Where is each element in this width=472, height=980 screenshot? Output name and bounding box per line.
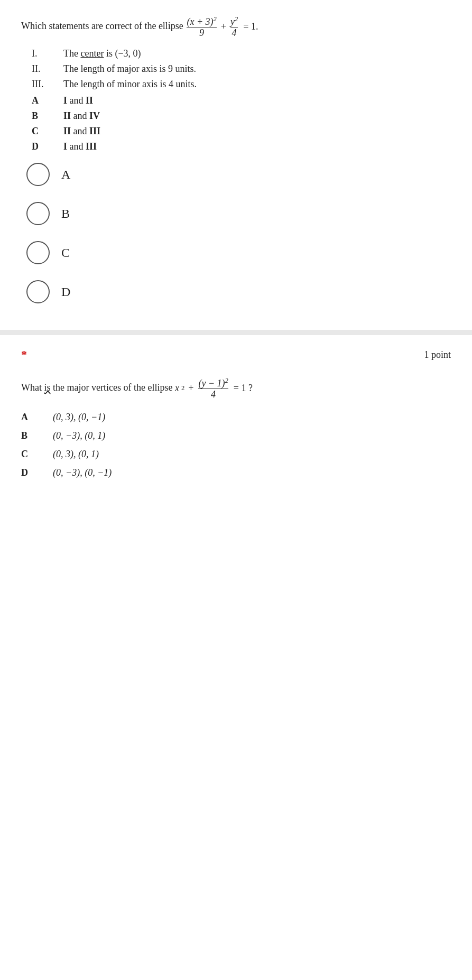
- radio-label-C: C: [61, 246, 70, 260]
- frac3-numerator: (y − 1)2: [198, 377, 228, 389]
- radio-C[interactable]: C: [26, 241, 451, 264]
- option-B-desc: B II and IV: [32, 110, 451, 122]
- radio-circle-B[interactable]: [26, 202, 50, 225]
- question2-text: What is the major vertices of the ellips…: [21, 377, 451, 399]
- frac2-denominator: 4: [232, 27, 237, 38]
- frac3-denominator: 4: [211, 389, 216, 399]
- ellipse1-fraction2: y2 4: [230, 16, 238, 38]
- option-D-desc: D I and III: [32, 141, 451, 152]
- radio-label-D: D: [61, 285, 70, 299]
- label-III: III.: [32, 79, 63, 90]
- statement-II: II. The length of major axis is 9 units.: [32, 63, 451, 75]
- label-B-desc: B: [32, 110, 63, 122]
- text-III: The length of minor axis is 4 units.: [63, 79, 451, 90]
- text-D-desc: I and III: [63, 141, 451, 152]
- radio-A[interactable]: A: [26, 163, 451, 186]
- ellipse2-fraction: (y − 1)2 4: [198, 377, 228, 399]
- text-II: The length of major axis is 9 units.: [63, 63, 451, 75]
- points-label: 1 point: [424, 349, 451, 360]
- answer-A-label: A: [21, 412, 53, 423]
- answer-B-q2: B (0, −3), (0, 1): [21, 430, 451, 441]
- question1-text: Which statements are correct of the elli…: [21, 16, 451, 38]
- statement-I: I. The center is (−3, 0): [32, 48, 451, 59]
- question1-block: Which statements are correct of the elli…: [0, 0, 472, 314]
- label-C-desc: C: [32, 126, 63, 137]
- ellipse1-fraction1: (x + 3)2 9: [187, 16, 216, 38]
- plus-sign1: +: [221, 20, 226, 34]
- frac1-denominator: 9: [199, 27, 204, 38]
- radio-D[interactable]: D: [26, 280, 451, 303]
- answer-D-text: (0, −3), (0, −1): [53, 467, 112, 478]
- statements-list: I. The center is (−3, 0) II. The length …: [32, 48, 451, 152]
- text-C-desc: II and III: [63, 126, 451, 137]
- statement-III: III. The length of minor axis is 4 units…: [32, 79, 451, 90]
- label-A-desc: A: [32, 95, 63, 106]
- answer-A-q2: A (0, 3), (0, −1): [21, 412, 451, 423]
- answer-C-q2: C (0, 3), (0, 1): [21, 449, 451, 460]
- ellipse2-formula: x2 + (y − 1)2 4 = 1 ?: [175, 377, 253, 399]
- answer-C-label: C: [21, 449, 53, 460]
- radio-circle-C[interactable]: [26, 241, 50, 264]
- frac1-numerator: (x + 3)2: [187, 16, 216, 27]
- ellipse1-formula: (x + 3)2 9 + y2 4 = 1.: [186, 16, 258, 38]
- text-A-desc: I and II: [63, 95, 451, 106]
- label-I: I.: [32, 48, 63, 59]
- required-asterisk: *: [21, 348, 27, 362]
- section-divider: [0, 330, 472, 335]
- radio-group-q1: A B C D: [21, 163, 451, 303]
- radio-label-B: B: [61, 207, 70, 221]
- text-I: The center is (−3, 0): [63, 48, 451, 59]
- answer-D-label: D: [21, 467, 53, 478]
- option-A-desc: A I and II: [32, 95, 451, 106]
- label-II: II.: [32, 63, 63, 75]
- label-D-desc: D: [32, 141, 63, 152]
- radio-circle-D[interactable]: [26, 280, 50, 303]
- frac2-numerator: y2: [230, 16, 238, 27]
- text-B-desc: II and IV: [63, 110, 451, 122]
- plus-sign2: +: [188, 381, 193, 395]
- equals2: = 1 ?: [234, 381, 253, 395]
- option-C-desc: C II and III: [32, 126, 451, 137]
- radio-B[interactable]: B: [26, 202, 451, 225]
- question2-block: * 1 point What is the major vertices of …: [0, 335, 472, 496]
- points-row: * 1 point: [21, 348, 451, 362]
- radio-circle-A[interactable]: [26, 163, 50, 186]
- answer-A-text: (0, 3), (0, −1): [53, 412, 105, 423]
- equals1: = 1.: [243, 20, 258, 34]
- answer-B-label: B: [21, 430, 53, 441]
- answer-B-text: (0, −3), (0, 1): [53, 430, 105, 441]
- answer-options-q2: A (0, 3), (0, −1) B (0, −3), (0, 1) C (0…: [21, 412, 451, 478]
- question1-intro: Which statements are correct of the elli…: [21, 21, 183, 31]
- question2-intro: What is the major vertices of the ellips…: [21, 382, 175, 393]
- radio-label-A: A: [61, 168, 70, 182]
- answer-D-q2: D (0, −3), (0, −1): [21, 467, 451, 478]
- answer-C-text: (0, 3), (0, 1): [53, 449, 99, 460]
